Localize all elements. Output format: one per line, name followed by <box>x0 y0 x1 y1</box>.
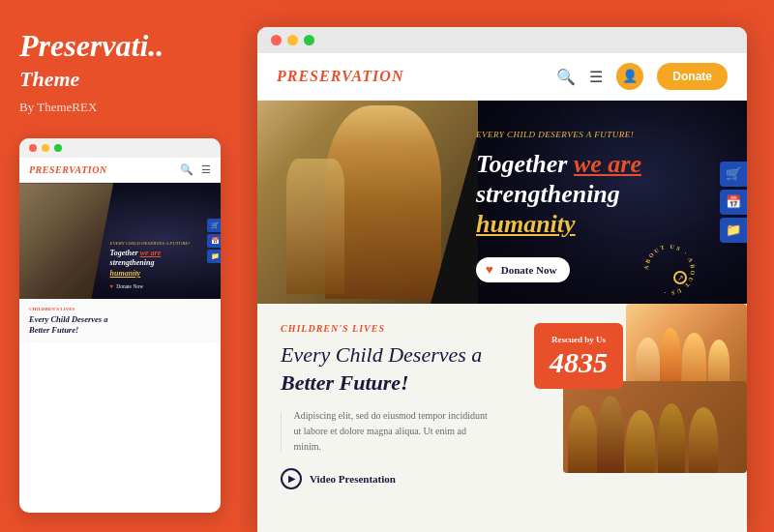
mini-heart-icon: ♥ <box>110 283 114 289</box>
photo-overlay <box>626 304 747 386</box>
mini-browser-preview: Preservation 🔍 ☰ Every Child Deserves a … <box>19 138 221 513</box>
mini-section: Children's Lives Every Child Deserves a … <box>19 299 221 343</box>
mini-hero-content: Every Child Deserves a Future! Together … <box>110 241 215 289</box>
cart-sidebar-icon[interactable]: 🛒 <box>720 162 747 187</box>
main-nav-right: 🔍 ☰ 👤 Donate <box>556 63 728 90</box>
hero-child-figure-2 <box>286 159 344 294</box>
description-area: Adipiscing elit, sed do eiusmod tempor i… <box>281 408 491 455</box>
folder-sidebar-icon[interactable]: 📁 <box>720 218 747 243</box>
mini-nav: Preservation 🔍 ☰ <box>19 158 221 183</box>
sidebar: Preservati.. Theme By ThemeREX Preservat… <box>0 0 240 532</box>
mini-hero: Every Child Deserves a Future! Together … <box>19 183 221 299</box>
hero-heading: Together we are strengthening humanity <box>476 149 728 240</box>
main-browser-bar <box>257 27 747 53</box>
bottom-left: Children's Lives Every Child Deserves a … <box>257 304 515 532</box>
main-hero: Every Child Deserves a Future! Together … <box>257 101 747 304</box>
hero-tagline: Every Child Deserves a Future! <box>476 130 728 139</box>
mini-section-title: Every Child Deserves a Better Future! <box>29 314 211 336</box>
mini-sidebar-icons: 🛒 📅 📁 <box>207 219 221 263</box>
children-title: Every Child Deserves a Better Future! <box>281 341 491 397</box>
children-desc: Adipiscing elit, sed do eiusmod tempor i… <box>293 408 491 455</box>
children-lives-tag: Children's Lives <box>281 323 491 334</box>
calendar-sidebar-icon[interactable]: 📅 <box>720 190 747 215</box>
mini-cart-icon: 🛒 <box>207 219 221 232</box>
rescued-number: 4835 <box>550 346 608 378</box>
mini-menu-icon: ☰ <box>201 163 211 176</box>
mini-search-icon: 🔍 <box>180 163 194 176</box>
mini-dot-red <box>29 144 37 152</box>
main-dot-green <box>304 35 314 45</box>
video-presentation-btn[interactable]: ▶ Video Presentation <box>281 468 396 489</box>
mini-dot-green <box>54 144 62 152</box>
main-logo: Preservation <box>277 68 403 85</box>
mini-dot-yellow <box>42 144 49 152</box>
hero-donate-btn[interactable]: ♥ Donate Now <box>476 257 570 282</box>
mini-folder-icon: 📁 <box>207 250 221 263</box>
search-icon[interactable]: 🔍 <box>556 68 576 86</box>
mini-logo: Preservation <box>29 164 107 175</box>
mini-hero-tagline: Every Child Deserves a Future! <box>110 241 215 246</box>
menu-icon[interactable]: ☰ <box>589 68 603 86</box>
mini-section-tag: Children's Lives <box>29 307 211 311</box>
about-us-arrow[interactable]: ↗ <box>673 271 687 284</box>
mini-donate-btn: ♥ Donate Now <box>110 283 215 289</box>
bottom-right: Rescued by Us 4835 <box>515 304 747 532</box>
main-browser: Preservation 🔍 ☰ 👤 Donate Every Child De… <box>257 27 747 532</box>
main-dot-red <box>271 35 282 45</box>
photo-bottom <box>563 381 747 473</box>
photo-top <box>626 304 747 386</box>
hero-sidebar-icons: 🛒 📅 📁 <box>720 162 747 243</box>
rescued-label: Rescued by Us <box>550 335 608 344</box>
about-us-circle: ABOUT US · ABOUT US · <box>640 241 699 299</box>
mini-browser-bar <box>19 138 221 158</box>
main-bottom: Children's Lives Every Child Deserves a … <box>257 304 747 532</box>
main-nav: Preservation 🔍 ☰ 👤 Donate <box>257 53 747 101</box>
sidebar-subtitle: Theme <box>19 67 221 92</box>
heart-icon: ♥ <box>486 262 493 278</box>
mini-hero-heading: Together we are strengthening humanity <box>110 249 215 279</box>
mini-cal-icon: 📅 <box>207 234 221 248</box>
mini-nav-icons: 🔍 ☰ <box>180 163 211 176</box>
rescued-badge: Rescued by Us 4835 <box>534 323 623 389</box>
play-icon: ▶ <box>281 468 302 489</box>
main-dot-yellow <box>287 35 298 45</box>
donate-button[interactable]: Donate <box>657 63 728 90</box>
user-icon[interactable]: 👤 <box>616 63 643 90</box>
sidebar-by: By ThemeREX <box>19 100 221 115</box>
sidebar-title: Preservati.. <box>19 29 221 63</box>
divider-line <box>281 412 282 451</box>
photo-bottom-overlay <box>563 381 747 473</box>
hero-photo-left <box>257 101 512 304</box>
svg-text:ABOUT US · ABOUT US ·: ABOUT US · ABOUT US · <box>643 244 696 296</box>
